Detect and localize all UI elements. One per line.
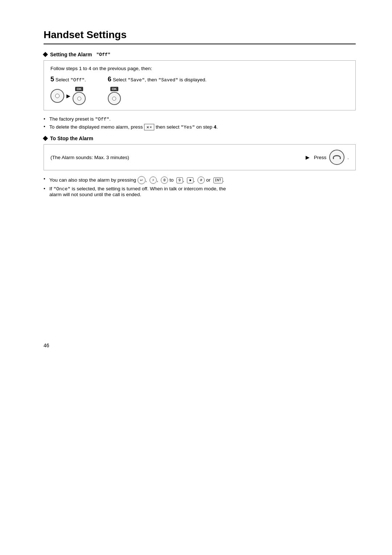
page-number: 46	[44, 343, 49, 348]
svg-rect-1	[340, 157, 341, 159]
box-intro-text: Follow steps 1 to 4 on the previous page…	[50, 66, 349, 71]
stop-alarm-title: To Stop the Alarm	[50, 135, 93, 141]
step-6-icons: OK	[108, 87, 121, 105]
step-6-block: 6 Select "Save", then "Saved" is display…	[108, 76, 207, 105]
star-key-icon: ✱	[187, 177, 193, 183]
zero-key-icon: 0	[161, 177, 168, 184]
ok-circle-inner-2	[112, 97, 116, 101]
ok-badge-2: OK	[110, 87, 118, 91]
end-call-icon-circle	[329, 150, 344, 165]
ok-circle-inner	[77, 97, 81, 101]
arrow-pointer: ▶	[306, 154, 310, 160]
end-call-button-icon	[329, 150, 344, 165]
steps-row: 5 Select "Off". ▶ OK	[50, 76, 349, 105]
step-6-number: 6	[108, 76, 111, 83]
stop-bullet-1: You can also stop the alarm by pressing …	[44, 176, 356, 184]
nav-ring-inner	[55, 94, 60, 98]
diamond-icon	[43, 52, 48, 57]
ok-circle-2	[108, 92, 121, 105]
alarm-off-bullets: The factory preset is "Off". To delete t…	[44, 116, 356, 130]
step-5-icons: ▶ OK	[50, 87, 86, 105]
stop-bullet-2: If "Once" is selected, the setting is tu…	[44, 186, 356, 197]
nav-key-icon: ↩	[138, 176, 146, 184]
page-title: Handset Settings	[44, 29, 356, 44]
page-number-area: 46	[44, 343, 356, 348]
alarm-off-box: Follow steps 1 to 4 on the previous page…	[44, 60, 356, 110]
alarm-sounds-text: (The Alarm sounds: Max. 3 minutes)	[50, 155, 301, 160]
ok-circle-icon: OK	[73, 87, 86, 105]
ok-circle-icon-2: OK	[108, 87, 121, 105]
delete-button-icon: ✕	[144, 124, 154, 130]
section-alarm-off-header: Setting the Alarm "Off"	[44, 52, 356, 57]
stop-alarm-box: (The Alarm sounds: Max. 3 minutes) ▶ Pre…	[44, 144, 356, 170]
step-5-label: 5 Select "Off".	[50, 76, 86, 83]
period: .	[347, 155, 349, 160]
stop-alarm-bullets: You can also stop the alarm by pressing …	[44, 176, 356, 197]
step-6-label: 6 Select "Save", then "Saved" is display…	[108, 76, 207, 83]
step-5-number: 5	[50, 76, 54, 83]
press-label: Press	[314, 155, 327, 160]
arrow-icon: ▶	[66, 93, 70, 99]
section-stop-alarm-header: To Stop the Alarm	[44, 135, 356, 141]
press-area: Press .	[314, 150, 349, 165]
flash-icon: ⚡	[150, 177, 157, 184]
step-6-text: Select "Save", then "Saved" is displayed…	[113, 77, 207, 82]
nav-ring-icon	[50, 89, 64, 103]
int-key-icon: INT	[213, 177, 223, 183]
ok-badge: OK	[75, 87, 83, 91]
svg-rect-0	[333, 157, 334, 159]
ok-circle	[73, 92, 86, 105]
step-5-block: 5 Select "Off". ▶ OK	[50, 76, 86, 105]
phone-end-svg	[332, 154, 342, 161]
diamond-icon-2	[43, 136, 48, 141]
step-5-text: Select "Off".	[56, 77, 86, 82]
bullet-2: To delete the displayed memo alarm, pres…	[44, 124, 356, 130]
num9-key-icon: 9	[176, 177, 183, 183]
bullet-1: The factory preset is "Off".	[44, 116, 356, 122]
hash-key-icon: #	[197, 177, 205, 184]
